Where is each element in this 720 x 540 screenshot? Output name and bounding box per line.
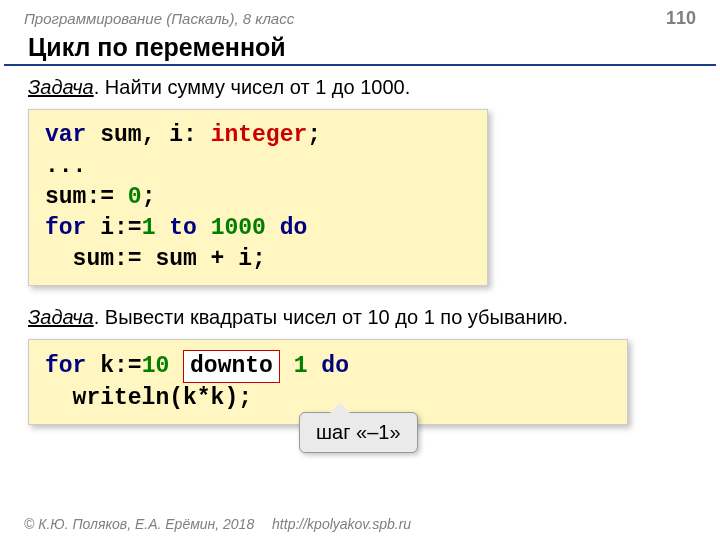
callout-step: шаг «–1» — [299, 412, 418, 453]
code-block-1: var sum, i: integer; ... sum:= 0; for i:… — [28, 109, 488, 286]
kw-var: var — [45, 122, 86, 148]
kw-do-2: do — [321, 353, 349, 379]
content: Задача. Найти сумму чисел от 1 до 1000. … — [0, 76, 720, 425]
type-integer: integer — [211, 122, 308, 148]
page-number: 110 — [666, 8, 696, 29]
footer: © К.Ю. Поляков, Е.А. Ерёмин, 2018 http:/… — [24, 516, 411, 532]
kw-do: do — [280, 215, 308, 241]
kw-for-2: for — [45, 353, 86, 379]
kw-for: for — [45, 215, 86, 241]
task-1-text: . Найти сумму чисел от 1 до 1000. — [94, 76, 411, 98]
header: Программирование (Паскаль), 8 класс 110 — [0, 0, 720, 33]
page-title: Цикл по переменной — [4, 33, 716, 66]
footer-link[interactable]: http://kpolyakov.spb.ru — [272, 516, 411, 532]
task-2-text: . Вывести квадраты чисел от 10 до 1 по у… — [94, 306, 568, 328]
task-2: Задача. Вывести квадраты чисел от 10 до … — [28, 306, 692, 329]
footer-copy: © К.Ю. Поляков, Е.А. Ерёмин, 2018 — [24, 516, 254, 532]
task-1-label: Задача — [28, 76, 94, 98]
kw-to: to — [169, 215, 197, 241]
task-1: Задача. Найти сумму чисел от 1 до 1000. — [28, 76, 692, 99]
downto-box: downto — [183, 350, 280, 383]
code-block-2: for k:=10 downto 1 do writeln(k*k);шаг «… — [28, 339, 628, 425]
task-2-label: Задача — [28, 306, 94, 328]
course-label: Программирование (Паскаль), 8 класс — [24, 10, 294, 27]
